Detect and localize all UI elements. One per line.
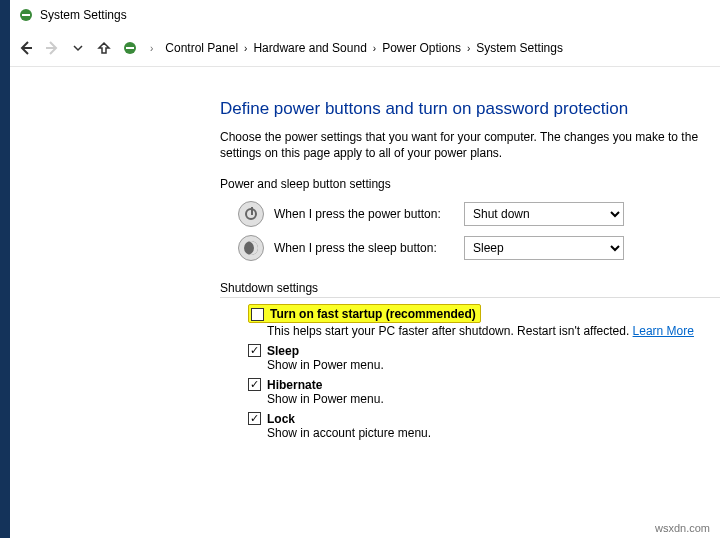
- sleep-checkbox[interactable]: [248, 344, 261, 357]
- power-button-select[interactable]: Shut down: [464, 202, 624, 226]
- watermark: wsxdn.com: [655, 522, 710, 534]
- section-shutdown-label: Shutdown settings: [220, 281, 720, 295]
- fast-startup-checkbox[interactable]: [251, 308, 264, 321]
- option-hibernate: Hibernate Show in Power menu.: [248, 378, 720, 406]
- hibernate-checkbox[interactable]: [248, 378, 261, 391]
- lock-desc: Show in account picture menu.: [267, 426, 720, 440]
- up-button[interactable]: [96, 40, 112, 56]
- sleep-button-row: When I press the sleep button: Sleep: [238, 235, 720, 261]
- page-title: Define power buttons and turn on passwor…: [220, 99, 720, 119]
- nav-bar: › Control Panel › Hardware and Sound › P…: [10, 30, 720, 66]
- chevron-right-icon: ›: [150, 43, 153, 54]
- section-power-sleep-label: Power and sleep button settings: [220, 177, 720, 191]
- content-panel: Define power buttons and turn on passwor…: [10, 85, 720, 440]
- sleep-button-label: When I press the sleep button:: [274, 241, 454, 255]
- chevron-right-icon: ›: [467, 43, 470, 54]
- power-button-row: When I press the power button: Shut down: [238, 201, 720, 227]
- option-fast-startup: Turn on fast startup (recommended) This …: [248, 304, 720, 338]
- recent-button[interactable]: [70, 40, 86, 56]
- sleep-title: Sleep: [267, 344, 299, 358]
- fast-startup-title: Turn on fast startup (recommended): [270, 307, 476, 321]
- divider: [10, 66, 720, 67]
- forward-button: [44, 40, 60, 56]
- power-icon: [238, 201, 264, 227]
- hibernate-title: Hibernate: [267, 378, 322, 392]
- breadcrumb[interactable]: Control Panel › Hardware and Sound › Pow…: [165, 41, 563, 55]
- location-icon: [122, 40, 138, 56]
- breadcrumb-item[interactable]: Control Panel: [165, 41, 238, 55]
- app-icon: [18, 7, 34, 23]
- sleep-icon: [238, 235, 264, 261]
- lock-checkbox[interactable]: [248, 412, 261, 425]
- window-title: System Settings: [40, 8, 127, 22]
- highlight-annotation: Turn on fast startup (recommended): [248, 304, 481, 323]
- page-description: Choose the power settings that you want …: [220, 129, 720, 161]
- lock-title: Lock: [267, 412, 295, 426]
- titlebar: System Settings: [10, 0, 720, 30]
- sleep-desc: Show in Power menu.: [267, 358, 720, 372]
- chevron-right-icon: ›: [244, 43, 247, 54]
- breadcrumb-item[interactable]: Hardware and Sound: [253, 41, 366, 55]
- divider: [220, 297, 720, 298]
- breadcrumb-item[interactable]: System Settings: [476, 41, 563, 55]
- option-lock: Lock Show in account picture menu.: [248, 412, 720, 440]
- power-button-label: When I press the power button:: [274, 207, 454, 221]
- sleep-button-select[interactable]: Sleep: [464, 236, 624, 260]
- breadcrumb-item[interactable]: Power Options: [382, 41, 461, 55]
- option-sleep: Sleep Show in Power menu.: [248, 344, 720, 372]
- hibernate-desc: Show in Power menu.: [267, 392, 720, 406]
- back-button[interactable]: [18, 40, 34, 56]
- learn-more-link[interactable]: Learn More: [633, 324, 694, 338]
- fast-startup-desc: This helps start your PC faster after sh…: [267, 324, 720, 338]
- chevron-right-icon: ›: [373, 43, 376, 54]
